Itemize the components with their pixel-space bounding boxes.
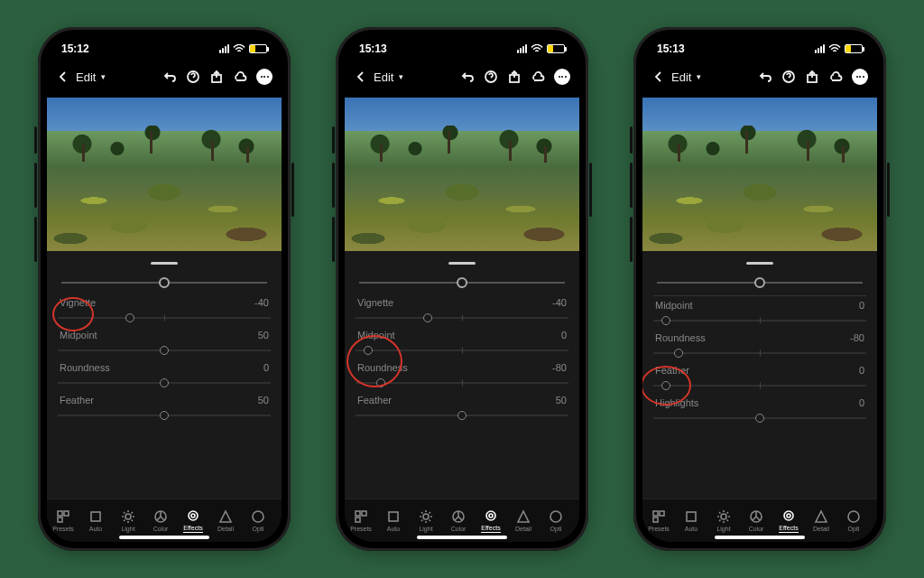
tab-effects[interactable]: Effects xyxy=(177,508,209,533)
slider-value: 0 xyxy=(561,330,567,340)
tab-effects[interactable]: Effects xyxy=(475,508,507,533)
undo-icon[interactable] xyxy=(162,70,177,84)
master-slider[interactable] xyxy=(61,272,267,294)
slider-midpoint[interactable]: Midpoint0 xyxy=(653,300,866,331)
master-slider[interactable] xyxy=(657,272,863,294)
svg-rect-16 xyxy=(389,512,398,521)
tab-detail[interactable]: Detail xyxy=(805,509,837,532)
cellular-icon xyxy=(517,44,527,53)
chevron-down-icon[interactable]: ▾ xyxy=(399,72,403,81)
tab-light[interactable]: Light xyxy=(112,509,144,532)
tab-auto[interactable]: Auto xyxy=(675,509,707,532)
tab-color[interactable]: Color xyxy=(144,509,177,532)
help-icon[interactable] xyxy=(484,70,498,84)
slider-roundness[interactable]: Roundness-80 xyxy=(356,362,568,393)
slider-label: Roundness xyxy=(357,362,408,373)
edit-menu[interactable]: Edit xyxy=(671,70,691,84)
drag-handle[interactable] xyxy=(151,262,178,265)
tab-optics[interactable]: Opti xyxy=(242,509,274,532)
cellular-icon xyxy=(219,44,229,53)
tab-light[interactable]: Light xyxy=(410,509,442,532)
tab-light[interactable]: Light xyxy=(707,509,740,532)
slider-feather[interactable]: Feather50 xyxy=(356,395,568,425)
tab-detail[interactable]: Detail xyxy=(507,509,540,532)
undo-icon[interactable] xyxy=(758,70,772,84)
phone-mockup: 15:12 Edit ▾ xyxy=(38,27,291,551)
slider-value: 50 xyxy=(258,330,269,340)
app-navbar: Edit ▾ xyxy=(47,61,282,92)
svg-point-31 xyxy=(787,514,790,517)
slider-vignette[interactable]: Vignette-40 xyxy=(356,297,568,328)
svg-rect-27 xyxy=(687,512,696,521)
chevron-down-icon[interactable]: ▾ xyxy=(101,72,106,81)
slider-label: Roundness xyxy=(60,362,110,373)
share-icon[interactable] xyxy=(209,70,224,84)
battery-icon xyxy=(249,44,267,53)
edit-menu[interactable]: Edit xyxy=(76,70,96,84)
cloud-icon[interactable] xyxy=(828,70,843,84)
back-icon[interactable] xyxy=(56,70,70,84)
edit-menu[interactable]: Edit xyxy=(374,70,393,84)
photo-preview[interactable] xyxy=(345,98,579,251)
share-icon[interactable] xyxy=(507,70,522,84)
photo-preview[interactable] xyxy=(47,98,282,251)
home-indicator[interactable] xyxy=(119,536,209,539)
slider-roundness[interactable]: Roundness0 xyxy=(58,362,271,393)
slider-midpoint[interactable]: Midpoint0 xyxy=(356,330,568,360)
drag-handle[interactable] xyxy=(448,262,476,265)
screen: 15:13 Edit ▾ xyxy=(642,36,877,542)
tab-color[interactable]: Color xyxy=(442,509,475,532)
slider-vignette[interactable]: Vignette-40 xyxy=(58,297,271,328)
help-icon[interactable] xyxy=(186,70,200,84)
svg-point-21 xyxy=(550,511,561,522)
back-icon[interactable] xyxy=(651,70,666,84)
cloud-icon[interactable] xyxy=(233,70,247,84)
phone-mockup: 15:13 Edit ▾ xyxy=(336,27,588,551)
drag-handle[interactable] xyxy=(746,262,773,265)
svg-rect-14 xyxy=(362,511,366,516)
slider-value: -40 xyxy=(552,297,567,308)
more-icon[interactable] xyxy=(256,69,273,85)
cloud-icon[interactable] xyxy=(531,70,545,84)
adjustments-panel: Vignette-40 Midpoint50 Roundness0 Feathe… xyxy=(47,251,282,542)
slider-roundness[interactable]: Roundness-80 xyxy=(653,332,866,363)
slider-value: -80 xyxy=(850,332,864,343)
tab-auto[interactable]: Auto xyxy=(79,509,112,532)
cellular-icon xyxy=(815,44,825,53)
slider-label: Midpoint xyxy=(655,300,693,311)
wifi-icon xyxy=(233,44,245,53)
undo-icon[interactable] xyxy=(460,70,475,84)
tab-effects[interactable]: Effects xyxy=(772,508,805,533)
home-indicator[interactable] xyxy=(715,536,805,539)
slider-label: Midpoint xyxy=(357,330,395,340)
tab-auto[interactable]: Auto xyxy=(377,509,410,532)
battery-icon xyxy=(547,44,565,53)
tab-detail[interactable]: Detail xyxy=(209,509,242,532)
chevron-down-icon[interactable]: ▾ xyxy=(697,72,701,81)
tab-presets[interactable]: Presets xyxy=(642,509,675,532)
slider-highlights[interactable]: Highlights0 xyxy=(653,397,866,428)
tab-presets[interactable]: Presets xyxy=(47,509,79,532)
battery-icon xyxy=(845,44,863,53)
tab-optics[interactable]: Opti xyxy=(837,509,870,532)
screen: 15:13 Edit ▾ xyxy=(345,36,579,542)
svg-rect-25 xyxy=(660,511,664,516)
back-icon[interactable] xyxy=(354,70,368,84)
master-slider[interactable] xyxy=(359,272,565,294)
wifi-icon xyxy=(828,44,841,53)
tab-color[interactable]: Color xyxy=(740,509,772,532)
slider-midpoint[interactable]: Midpoint50 xyxy=(58,330,271,360)
screen: 15:12 Edit ▾ xyxy=(47,36,282,542)
photo-preview[interactable] xyxy=(642,98,877,251)
home-indicator[interactable] xyxy=(417,536,507,539)
svg-point-9 xyxy=(191,514,195,517)
slider-feather[interactable]: Feather50 xyxy=(58,395,271,425)
tab-presets[interactable]: Presets xyxy=(345,509,377,532)
share-icon[interactable] xyxy=(805,70,819,84)
slider-feather[interactable]: Feather0 xyxy=(653,365,866,396)
tab-optics[interactable]: Opti xyxy=(540,509,572,532)
help-icon[interactable] xyxy=(781,70,796,84)
more-icon[interactable] xyxy=(554,69,570,85)
slider-label: Vignette xyxy=(357,297,393,308)
more-icon[interactable] xyxy=(852,69,868,85)
